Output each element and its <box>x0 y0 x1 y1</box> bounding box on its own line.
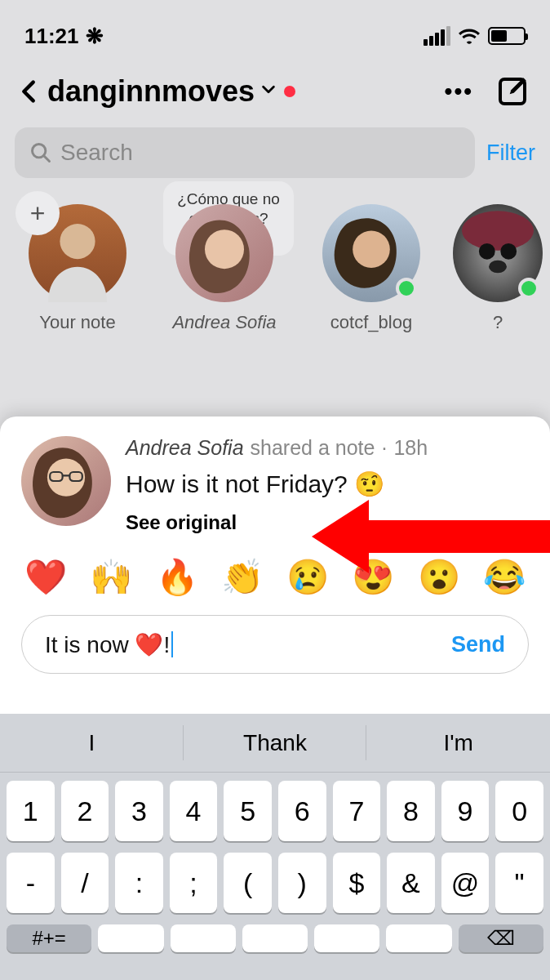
note-detail-sheet: Andrea Sofia shared a note · 18h How is … <box>0 416 550 714</box>
note-item-cotcf[interactable]: cotcf_blog <box>310 204 432 333</box>
key-5[interactable]: 5 <box>224 781 272 841</box>
reaction-heart[interactable]: ❤️ <box>24 557 67 597</box>
key-6[interactable]: 6 <box>278 781 326 841</box>
meta-separator: · <box>381 436 387 460</box>
see-original-button[interactable]: See original <box>126 511 237 534</box>
chevron-down-icon <box>259 81 277 103</box>
key-0[interactable]: 0 <box>495 781 543 841</box>
key-amp[interactable]: & <box>387 853 435 913</box>
svg-point-7 <box>479 243 495 260</box>
more-options-button[interactable]: ••• <box>445 78 473 105</box>
avatar <box>453 204 543 302</box>
key-row-1: 1 2 3 4 5 6 7 8 9 0 <box>7 781 543 841</box>
key-row-2: - / : ; ( ) $ & @ " <box>7 853 543 913</box>
compose-button[interactable] <box>495 74 530 109</box>
add-note-icon: + <box>16 191 60 235</box>
key-8[interactable]: 8 <box>387 781 435 841</box>
note-time: 18h <box>393 436 428 460</box>
search-placeholder: Search <box>60 140 133 166</box>
avatar <box>322 204 420 302</box>
key-quote[interactable]: " <box>495 853 543 913</box>
account-switcher[interactable]: danginnmoves <box>47 74 295 109</box>
reaction-row: ❤️ 🙌 🔥 👏 😢 😍 😮 😂 <box>21 557 529 597</box>
svg-line-2 <box>44 156 50 162</box>
svg-point-4 <box>205 229 244 269</box>
key-colon[interactable]: : <box>115 853 163 913</box>
suggestion[interactable]: I <box>0 714 184 772</box>
key-blank[interactable] <box>98 924 163 952</box>
svg-point-6 <box>462 211 534 250</box>
key-slash[interactable]: / <box>61 853 109 913</box>
status-time-group: 11:21 ❋ <box>24 24 104 49</box>
active-indicator <box>396 278 417 299</box>
note-label: ? <box>493 312 503 333</box>
suggestion[interactable]: I'm <box>366 714 550 772</box>
username-label: danginnmoves <box>47 74 255 109</box>
text-cursor <box>171 631 173 657</box>
battery-icon <box>488 27 526 45</box>
note-label: cotcf_blog <box>330 312 412 333</box>
note-item-unknown[interactable]: ? <box>457 204 539 333</box>
notes-row[interactable]: + Your note ¿Cómo que no es viernes? 🤨 A… <box>0 188 550 341</box>
key-2[interactable]: 2 <box>61 781 109 841</box>
active-indicator <box>518 278 539 299</box>
key-lparen[interactable]: ( <box>224 853 272 913</box>
reaction-cry[interactable]: 😢 <box>286 557 329 597</box>
reaction-wow[interactable]: 😮 <box>418 557 460 597</box>
wifi-icon <box>459 28 480 44</box>
reaction-clap[interactable]: 👏 <box>221 557 264 597</box>
status-indicators <box>424 26 526 46</box>
key-blank[interactable] <box>171 924 236 952</box>
back-button[interactable] <box>15 78 42 105</box>
filter-button[interactable]: Filter <box>486 140 535 166</box>
key-7[interactable]: 7 <box>333 781 381 841</box>
key-rparen[interactable]: ) <box>278 853 326 913</box>
note-label: Your note <box>39 312 115 333</box>
inbox-header: danginnmoves ••• <box>0 57 550 118</box>
key-1[interactable]: 1 <box>7 781 55 841</box>
avatar: + <box>29 204 126 302</box>
key-blank[interactable] <box>314 924 379 952</box>
key-dollar[interactable]: $ <box>333 853 381 913</box>
reaction-hands[interactable]: 🙌 <box>90 557 132 597</box>
status-time: 11:21 <box>24 24 79 49</box>
cellular-icon <box>424 26 450 46</box>
note-author-name: Andrea Sofia <box>126 436 244 460</box>
reaction-laugh[interactable]: 😂 <box>483 557 526 597</box>
svg-point-8 <box>500 243 517 260</box>
key-4[interactable]: 4 <box>170 781 218 841</box>
svg-point-3 <box>60 224 95 259</box>
svg-point-9 <box>489 261 507 273</box>
status-app-icon: ❋ <box>86 24 104 49</box>
key-blank[interactable] <box>386 924 451 952</box>
note-label: Andrea Sofia <box>172 312 276 333</box>
key-dash[interactable]: - <box>7 853 55 913</box>
key-backspace[interactable]: ⌫ <box>459 924 543 952</box>
note-item-andrea[interactable]: ¿Cómo que no es viernes? 🤨 Andrea Sofia <box>163 204 286 333</box>
note-item-your-note[interactable]: + Your note <box>16 204 139 333</box>
note-author-avatar[interactable] <box>21 436 111 526</box>
svg-point-10 <box>47 459 85 497</box>
key-blank[interactable] <box>242 924 308 952</box>
key-at[interactable]: @ <box>441 853 490 913</box>
key-semicolon[interactable]: ; <box>170 853 218 913</box>
suggestion[interactable]: Thank <box>184 714 367 772</box>
keyboard-suggestions: I Thank I'm <box>0 714 550 773</box>
reply-input-container: It is now ❤️! Send <box>21 615 529 674</box>
svg-point-5 <box>353 230 390 268</box>
note-action-text: shared a note <box>251 436 375 460</box>
search-icon <box>29 141 52 164</box>
search-input[interactable]: Search <box>15 127 475 178</box>
keyboard: I Thank I'm 1 2 3 4 5 6 7 8 9 0 - / : ; <box>0 714 550 980</box>
key-row-3: #+= ⌫ <box>0 924 550 952</box>
key-3[interactable]: 3 <box>115 781 163 841</box>
note-content: How is it not Friday? 🤨 <box>126 470 529 498</box>
reaction-heart-eyes[interactable]: 😍 <box>352 557 394 597</box>
reply-input[interactable]: It is now ❤️! <box>45 631 451 658</box>
key-symbols[interactable]: #+= <box>7 924 91 952</box>
key-9[interactable]: 9 <box>441 781 490 841</box>
avatar <box>175 204 273 302</box>
send-button[interactable]: Send <box>451 632 505 657</box>
reaction-fire[interactable]: 🔥 <box>156 557 198 597</box>
note-meta: Andrea Sofia shared a note · 18h <box>126 436 529 460</box>
